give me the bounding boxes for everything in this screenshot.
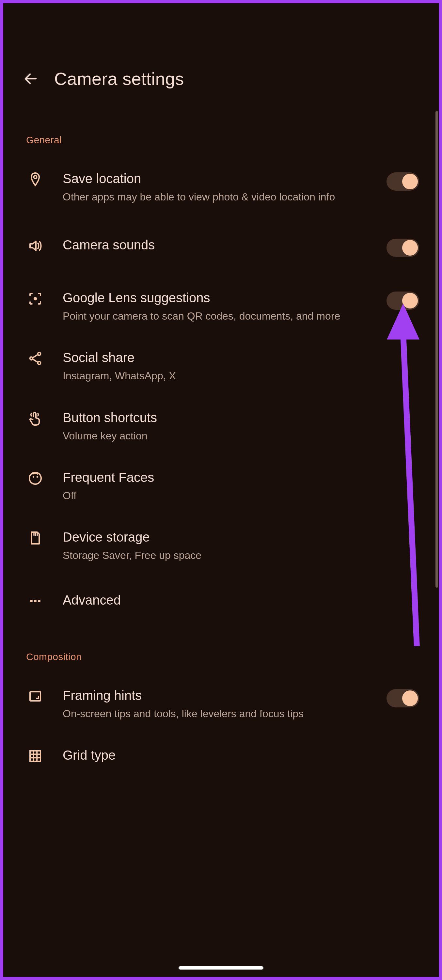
gesture-bar[interactable] [178,966,264,970]
item-desc: On-screen tips and tools, like levelers … [63,707,350,721]
grid-icon [26,747,45,764]
svg-point-5 [29,473,41,484]
item-text: Social share Instagram, WhatsApp, X [63,349,419,383]
device-frame: Camera settings General Save location Ot… [0,0,442,980]
item-title: Advanced [63,592,419,608]
item-desc: Other apps may be able to view photo & v… [63,190,350,204]
svg-point-6 [33,476,34,477]
item-text: Frequent Faces Off [63,469,419,503]
item-lens-suggestions[interactable]: Google Lens suggestions Point your camer… [3,277,439,336]
item-text: Google Lens suggestions Point your camer… [63,290,368,323]
item-button-shortcuts[interactable]: Button shortcuts Volume key action [3,396,439,456]
item-title: Google Lens suggestions [63,290,368,306]
item-text: Camera sounds [63,237,368,253]
item-text: Save location Other apps may be able to … [63,170,368,204]
back-button[interactable] [23,71,38,86]
face-icon [26,469,45,486]
section-header-general: General [3,108,439,158]
item-title: Camera sounds [63,237,368,253]
item-title: Frequent Faces [63,469,419,485]
framing-hints-toggle[interactable] [386,689,419,707]
item-text: Framing hints On-screen tips and tools, … [63,687,368,721]
item-device-storage[interactable]: Device storage Storage Saver, Free up sp… [3,516,439,576]
item-title: Save location [63,170,368,187]
svg-rect-12 [30,751,40,761]
item-social-share[interactable]: Social share Instagram, WhatsApp, X [3,336,439,396]
item-text: Grid type [63,747,419,763]
item-text: Button shortcuts Volume key action [63,409,419,443]
header: Camera settings [3,3,439,108]
item-text: Device storage Storage Saver, Free up sp… [63,529,419,562]
arrow-left-icon [23,71,38,86]
page-title: Camera settings [54,68,184,89]
svg-point-10 [38,600,40,602]
svg-point-9 [34,600,37,602]
svg-point-4 [38,362,41,364]
svg-point-3 [30,357,33,360]
item-desc: Volume key action [63,429,350,443]
svg-point-2 [38,353,41,355]
svg-point-1 [33,297,37,300]
item-desc: Point your camera to scan QR codes, docu… [63,309,350,323]
section-header-composition: Composition [3,625,439,674]
lens-scan-icon [26,290,45,307]
item-title: Grid type [63,747,419,763]
lens-suggestions-toggle[interactable] [386,291,419,310]
location-pin-icon [26,170,45,188]
sd-card-icon [26,529,45,546]
item-desc: Instagram, WhatsApp, X [63,369,350,383]
svg-point-0 [33,176,37,178]
frame-icon [26,687,45,704]
item-camera-sounds[interactable]: Camera sounds [3,217,439,277]
svg-point-7 [37,476,38,477]
item-title: Device storage [63,529,419,545]
save-location-toggle[interactable] [386,172,419,191]
item-title: Social share [63,349,419,366]
item-framing-hints[interactable]: Framing hints On-screen tips and tools, … [3,674,439,734]
item-text: Advanced [63,592,419,608]
item-title: Button shortcuts [63,409,419,426]
svg-point-8 [30,600,33,602]
item-desc: Off [63,489,350,503]
share-icon [26,349,45,366]
item-desc: Storage Saver, Free up space [63,549,350,562]
item-advanced[interactable]: Advanced [3,576,439,625]
scrollbar[interactable] [436,111,438,588]
item-frequent-faces[interactable]: Frequent Faces Off [3,456,439,516]
more-horizontal-icon [26,592,45,609]
volume-icon [26,237,45,254]
camera-sounds-toggle[interactable] [386,239,419,257]
item-title: Framing hints [63,687,368,703]
item-grid-type[interactable]: Grid type [3,734,439,777]
touch-icon [26,409,45,426]
item-save-location[interactable]: Save location Other apps may be able to … [3,158,439,217]
